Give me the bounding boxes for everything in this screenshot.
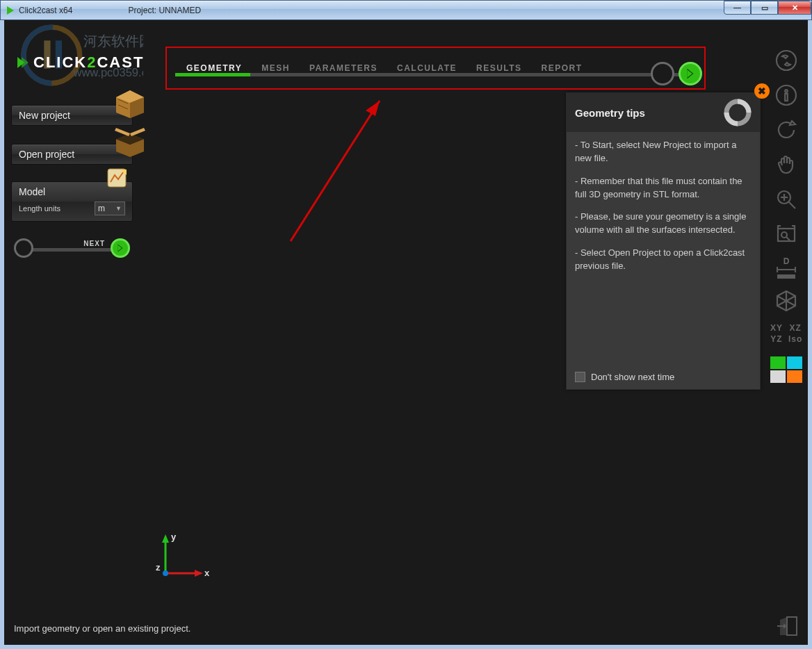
open-project-button[interactable]: Open project	[11, 144, 133, 165]
tips-line-3: - Please, be sure your geometry is a sin…	[575, 211, 752, 237]
swatch-cyan[interactable]	[787, 356, 802, 369]
model-icon	[106, 167, 128, 189]
sidebar-progress-line	[18, 248, 126, 252]
chevron-right-icon	[115, 243, 125, 253]
d-label: D	[783, 256, 790, 266]
window-titlebar: Click2cast x64 Project: UNNAMED — ▭ ✕	[0, 0, 812, 20]
svg-text:x: x	[204, 568, 210, 578]
maximize-button[interactable]: ▭	[751, 1, 778, 15]
minimize-button[interactable]: —	[724, 1, 751, 15]
logo-text-3: CAST	[97, 54, 144, 72]
swatch-orange[interactable]	[787, 370, 802, 383]
view-yz[interactable]: YZ	[770, 334, 783, 344]
workflow-bar: GEOMETRY MESH PARAMETERS CALCULATE RESUL…	[165, 47, 706, 90]
open-project-label: Open project	[19, 149, 74, 160]
tips-line-4: - Select Open Project to open a Click2ca…	[575, 247, 752, 273]
view-iso[interactable]: Iso	[788, 334, 802, 344]
logo-chevron-icon	[15, 56, 29, 69]
svg-text:河东软件园: 河东软件园	[83, 33, 143, 49]
svg-line-39	[786, 237, 790, 240]
close-button[interactable]: ✕	[778, 1, 811, 15]
svg-rect-55	[787, 617, 797, 635]
tool-rotate-icon[interactable]	[774, 117, 799, 142]
status-message: Import geometry or open an existing proj…	[14, 623, 190, 634]
tool-distance-icon[interactable]: D	[776, 256, 797, 279]
new-project-label: New project	[19, 110, 70, 121]
svg-point-30	[785, 90, 788, 92]
sidebar-next-label: NEXT	[83, 240, 105, 247]
tool-zoom-icon[interactable]	[774, 187, 799, 212]
app-icon	[5, 5, 16, 16]
tool-pan-icon[interactable]	[774, 152, 799, 177]
tab-parameters[interactable]: PARAMETERS	[300, 48, 387, 88]
svg-line-11	[291, 101, 380, 241]
svg-marker-12	[366, 101, 380, 116]
sidebar-progress: NEXT	[11, 237, 133, 262]
svg-rect-31	[785, 94, 788, 101]
svg-point-53	[163, 570, 168, 576]
color-swatches	[770, 356, 802, 383]
tab-calculate[interactable]: CALCULATE	[387, 48, 466, 88]
length-units-label: Length units	[19, 204, 95, 213]
axis-gizmo: y x z	[152, 526, 214, 589]
svg-marker-32	[790, 121, 795, 125]
svg-line-34	[789, 202, 795, 208]
workflow-next-button[interactable]	[679, 62, 702, 85]
dont-show-checkbox[interactable]	[575, 372, 585, 382]
tool-wireframe-icon[interactable]	[774, 288, 799, 313]
sidebar-step-circle	[14, 238, 33, 258]
logo-text-2: 2	[87, 54, 97, 72]
svg-point-38	[781, 232, 787, 238]
sidebar-next-button[interactable]	[111, 238, 130, 258]
tab-geometry[interactable]: GEOMETRY	[177, 48, 252, 88]
view-xz[interactable]: XZ	[788, 323, 802, 333]
logo-text-1: CLICK	[33, 54, 87, 72]
svg-text:z: z	[156, 562, 161, 573]
crate-closed-icon	[113, 85, 147, 120]
tips-line-1: - To Start, select New Project to import…	[575, 139, 752, 165]
svg-marker-0	[7, 6, 14, 15]
dont-show-label: Don't show next time	[591, 372, 674, 382]
lifering-icon	[724, 99, 752, 126]
swatch-grey[interactable]	[770, 370, 786, 383]
project-name: Project: UNNAMED	[128, 6, 201, 15]
tips-title: Geometry tips	[575, 107, 645, 119]
app-logo: CLICK2CAST	[15, 54, 144, 72]
crate-open-icon	[113, 124, 147, 158]
chevron-right-icon	[684, 67, 697, 80]
tips-panel: ✖ Geometry tips - To Start, select New P…	[566, 92, 761, 390]
swatch-green[interactable]	[770, 356, 786, 369]
svg-marker-8	[22, 57, 29, 68]
tab-report[interactable]: REPORT	[532, 48, 592, 88]
tool-wrench-icon[interactable]	[774, 48, 799, 73]
right-toolbar: D XY XZ YZ Iso	[769, 48, 804, 383]
svg-point-27	[731, 106, 744, 119]
tool-info-icon[interactable]	[774, 83, 799, 108]
svg-marker-21	[130, 128, 145, 136]
workflow-step-circle	[651, 62, 674, 85]
tips-body: - To Start, select New Project to import…	[567, 132, 760, 290]
tips-close-button[interactable]: ✖	[754, 83, 770, 99]
exit-icon[interactable]	[774, 613, 801, 639]
length-units-value: m	[98, 204, 105, 213]
new-project-button[interactable]: New project	[11, 105, 133, 126]
svg-marker-48	[162, 534, 169, 543]
window-controls: — ▭ ✕	[724, 1, 811, 15]
view-xy[interactable]: XY	[770, 323, 783, 333]
workflow-progress-track	[175, 73, 687, 76]
tips-line-2: - Remember that this file must contain t…	[575, 175, 752, 202]
tab-mesh[interactable]: MESH	[252, 48, 300, 88]
chevron-down-icon: ▼	[115, 205, 122, 212]
svg-marker-51	[195, 570, 203, 577]
length-units-select[interactable]: m ▼	[95, 202, 125, 215]
svg-text:y: y	[171, 532, 177, 542]
model-panel: Model Length units m ▼	[11, 181, 133, 222]
tool-fit-icon[interactable]	[774, 222, 799, 247]
left-panel: New project Open project	[11, 92, 133, 262]
tab-results[interactable]: RESULTS	[466, 48, 532, 88]
svg-marker-20	[115, 128, 130, 136]
svg-point-28	[777, 51, 796, 70]
status-bar: Import geometry or open an existing proj…	[4, 611, 808, 645]
annotation-arrow	[282, 90, 421, 249]
window-title: Click2cast x64	[19, 6, 72, 15]
